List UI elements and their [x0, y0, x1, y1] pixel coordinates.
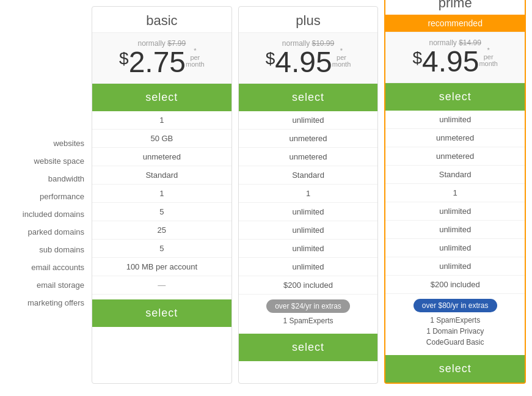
basic-website-space: 50 GB	[92, 130, 231, 148]
prime-extra-1: 1 SpamExperts	[385, 315, 525, 326]
prime-select-bottom-button[interactable]: select	[385, 355, 525, 383]
plus-amount: 4.95	[275, 48, 332, 77]
basic-email-storage: 100 MB per account	[92, 258, 231, 276]
basic-plan-title: basic	[92, 7, 231, 32]
label-email-storage: email storage	[6, 276, 92, 294]
basic-amount: 2.75	[129, 48, 186, 77]
prime-bandwidth: unmetered	[385, 147, 525, 166]
prime-sub-domains: unlimited	[385, 221, 525, 239]
basic-parked-domains: 5	[92, 203, 231, 221]
label-website-space: website space	[6, 152, 92, 170]
prime-email-accounts: unlimited	[385, 239, 525, 257]
plus-extras-badge: over $24/yr in extras	[266, 299, 350, 313]
prime-extras-badge: over $80/yr in extras	[414, 299, 497, 312]
basic-sub-domains: 25	[92, 221, 231, 240]
plan-basic: basic normally $7.99 $ 2.75 * per month …	[92, 6, 232, 384]
plus-website-space: unmetered	[239, 130, 378, 148]
plus-email-accounts: unlimited	[239, 240, 378, 258]
basic-features: 1 50 GB unmetered Standard 1 5 25 5 100 …	[92, 111, 231, 295]
prime-marketing: $200 included	[385, 276, 525, 294]
recommended-badge: recommended	[385, 15, 525, 32]
prime-email-storage: unlimited	[385, 257, 525, 276]
plus-price-box: normally $10.99 $ 4.95 * per month	[239, 32, 378, 84]
prime-amount: 4.95	[422, 47, 479, 76]
basic-marketing: —	[92, 276, 231, 295]
prime-extra-3: CodeGuard Basic	[385, 337, 525, 348]
prime-price-main: $ 4.95 * per month	[385, 47, 525, 76]
plan-plus: plus normally $10.99 $ 4.95 * per month …	[238, 6, 379, 384]
label-websites: websites	[6, 134, 92, 152]
label-performance: performance	[6, 188, 92, 205]
plus-sub-domains: unlimited	[239, 221, 378, 240]
plus-parked-domains: unlimited	[239, 203, 378, 221]
prime-performance: Standard	[385, 166, 525, 184]
prime-select-top-button[interactable]: select	[385, 83, 525, 111]
prime-website-space: unmetered	[385, 129, 525, 147]
prime-extras-container: over $80/yr in extras 1 SpamExperts 1 Do…	[385, 294, 525, 350]
plus-marketing: $200 included	[239, 276, 378, 295]
prime-plan-title: prime	[385, 0, 525, 15]
basic-price-box: normally $7.99 $ 2.75 * per month	[92, 32, 231, 84]
prime-parked-domains: unlimited	[385, 202, 525, 221]
basic-dollar: $	[119, 50, 129, 67]
basic-websites: 1	[92, 111, 231, 130]
feature-labels: websites website space bandwidth perform…	[6, 6, 92, 312]
prime-websites: unlimited	[385, 111, 525, 129]
plan-prime: prime recommended normally $14.99 $ 4.95…	[384, 0, 526, 384]
plus-websites: unlimited	[239, 111, 378, 130]
plus-bandwidth: unmetered	[239, 148, 378, 166]
basic-select-top-button[interactable]: select	[92, 84, 231, 111]
plus-dollar: $	[266, 50, 275, 67]
plans-wrapper: basic normally $7.99 $ 2.75 * per month …	[92, 6, 526, 384]
plus-plan-title: plus	[239, 7, 378, 32]
label-marketing-offers: marketing offers	[6, 294, 92, 312]
label-email-accounts: email accounts	[6, 258, 92, 276]
basic-email-accounts: 5	[92, 240, 231, 258]
plus-select-top-button[interactable]: select	[239, 84, 378, 111]
plus-suffix: * per month	[332, 48, 351, 68]
label-bandwidth: bandwidth	[6, 170, 92, 188]
plus-price-main: $ 4.95 * per month	[239, 48, 378, 77]
basic-bandwidth: unmetered	[92, 148, 231, 166]
basic-performance: Standard	[92, 166, 231, 185]
basic-suffix: * per month	[186, 48, 205, 68]
basic-price-main: $ 2.75 * per month	[92, 48, 231, 77]
label-parked-domains: parked domains	[6, 223, 92, 241]
plus-select-bottom-button[interactable]: select	[239, 334, 378, 361]
plus-extra-1: 1 SpamExperts	[239, 315, 378, 326]
prime-features: unlimited unmetered unmetered Standard 1…	[385, 111, 525, 294]
label-sub-domains: sub domains	[6, 241, 92, 258]
basic-included-domains: 1	[92, 185, 231, 203]
plus-performance: Standard	[239, 166, 378, 185]
plus-email-storage: unlimited	[239, 258, 378, 276]
plus-features: unlimited unmetered unmetered Standard 1…	[239, 111, 378, 295]
prime-price-box: normally $14.99 $ 4.95 * per month	[385, 32, 525, 83]
plus-extras-container: over $24/yr in extras 1 SpamExperts	[239, 295, 378, 329]
prime-included-domains: 1	[385, 184, 525, 202]
prime-suffix: * per month	[479, 47, 498, 67]
label-included-domains: included domains	[6, 205, 92, 223]
basic-select-bottom-button[interactable]: select	[92, 299, 231, 327]
prime-dollar: $	[412, 50, 422, 67]
prime-extra-2: 1 Domain Privacy	[385, 326, 525, 337]
pricing-container: websites website space bandwidth perform…	[6, 6, 526, 384]
plus-included-domains: 1	[239, 185, 378, 203]
